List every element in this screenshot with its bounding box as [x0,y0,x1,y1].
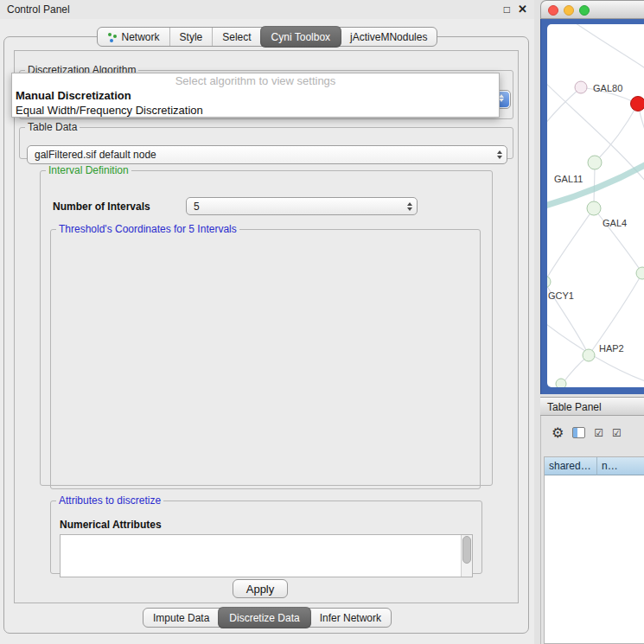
stepper-arrows-icon [407,202,412,211]
list-scrollbar[interactable] [461,535,472,577]
network-window-titlebar [540,0,644,19]
tab-label: Infer Network [320,612,381,624]
attributes-group: Attributes to discretize Numerical Attri… [50,494,482,574]
tab-discretize-data[interactable]: Discretize Data [218,607,310,628]
table-data-combobox[interactable]: galFiltered.sif default node [27,145,507,164]
interval-definition-title: Interval Definition [46,164,131,176]
tab-infer-network[interactable]: Infer Network [310,609,391,627]
node-label: GCY1 [548,290,574,301]
tab-cyni-toolbox[interactable]: Cyni Toolbox [260,26,341,48]
column-header-name[interactable]: n… [597,457,644,475]
table-data-group-title: Table Data [25,121,80,133]
list-scrollbar-thumb[interactable] [462,536,471,564]
node-hap2[interactable] [583,349,595,361]
node-gal80[interactable] [575,81,587,93]
node-highlighted[interactable] [631,97,644,112]
table-toolbar [541,421,644,443]
tab-label: Discretize Data [229,612,299,624]
columns-icon[interactable] [572,427,585,438]
tab-label: Impute Data [153,612,209,624]
network-canvas[interactable]: GAL80 GAL11 GAL4 GCY1 HAP2 [547,24,644,387]
node-label: GAL4 [603,218,627,228]
tab-label: Cyni Toolbox [271,31,330,43]
numerical-attributes-listbox[interactable] [60,534,473,577]
tab-label: Network [122,31,160,43]
top-tab-bar-wrap: NetworkStyleSelectCyni ToolboxjActiveMNo… [0,27,534,47]
bottom-tab-bar: Impute DataDiscretize DataInfer Network [143,608,392,628]
tab-network[interactable]: Network [98,28,169,46]
select-checkbox-icon[interactable] [612,424,622,440]
node-label: GAL11 [554,174,583,184]
algorithm-dropdown-popup: Select algorithm to view settings Manual… [11,73,500,118]
node-partial-bottom[interactable] [556,379,566,387]
table-panel-title: Table Panel [547,401,602,413]
number-of-intervals-combobox[interactable]: 5 [186,197,418,215]
node-gal11[interactable] [588,156,602,169]
minimize-traffic-light-icon[interactable] [564,5,574,16]
table-header-row: shared… n… [545,457,644,475]
column-header-shared-name[interactable]: shared… [545,457,597,475]
algorithm-option[interactable]: Manual Discretization [12,88,499,103]
node-table: shared… n… [544,456,644,644]
close-icon[interactable] [518,3,527,16]
tab-label: jActiveMNodules [350,31,427,43]
control-panel-title: Control Panel [7,3,70,16]
algorithm-placeholder: Select algorithm to view settings [12,73,499,88]
network-graph [547,24,644,387]
node-label: HAP2 [599,343,624,354]
tab-label: Style [180,31,203,43]
table-data-value: galFiltered.sif default node [35,149,156,161]
stepper-arrows-icon [497,150,502,159]
float-window-icon[interactable] [504,3,510,16]
number-of-intervals-label: Number of Intervals [53,201,150,213]
algorithm-options: Manual DiscretizationEqual Width/Frequen… [12,88,499,118]
close-traffic-light-icon[interactable] [548,5,558,16]
control-panel-titlebar: Control Panel [0,0,534,19]
number-of-intervals-value: 5 [194,201,200,213]
network-icon [107,32,118,42]
control-panel-window: Control Panel NetworkStyleSelectCyni Too… [0,0,534,644]
node-gal4[interactable] [587,201,601,215]
zoom-traffic-light-icon[interactable] [579,5,590,16]
interval-definition-group: Interval Definition Number of Intervals … [40,164,493,486]
thresholds-group-title: Threshold's Coordinates for 5 Intervals [56,223,239,235]
tab-select[interactable]: Select [212,28,260,46]
select-checkbox-icon[interactable] [594,424,603,440]
node-partial-right[interactable] [636,267,644,279]
network-window-frame: GAL80 GAL11 GAL4 GCY1 HAP2 [540,19,644,394]
tab-impute-data[interactable]: Impute Data [143,609,219,627]
tab-jactivemnodules[interactable]: jActiveMNodules [341,28,437,46]
table-panel-header: Table Panel [540,397,644,416]
apply-button[interactable]: Apply [233,579,288,598]
gear-icon[interactable] [552,424,564,441]
bottom-tab-bar-wrap: Impute DataDiscretize DataInfer Network [0,608,534,628]
table-data-group: Table Data galFiltered.sif default node [19,121,513,159]
attributes-group-title: Attributes to discretize [56,494,163,507]
node-label: GAL80 [593,83,622,93]
table-panel: shared… n… [540,416,644,644]
screen: Control Panel NetworkStyleSelectCyni Too… [0,0,644,644]
node-gcy1[interactable] [547,276,551,288]
tab-label: Select [222,31,251,43]
thresholds-group: Threshold's Coordinates for 5 Intervals [50,223,481,489]
tab-style[interactable]: Style [169,28,213,46]
network-view-window: GAL80 GAL11 GAL4 GCY1 HAP2 [540,0,644,394]
numerical-attributes-label: Numerical Attributes [60,519,162,531]
algorithm-option[interactable]: Equal Width/Frequency Discretization [12,103,499,118]
top-tab-bar: NetworkStyleSelectCyni ToolboxjActiveMNo… [97,27,438,47]
